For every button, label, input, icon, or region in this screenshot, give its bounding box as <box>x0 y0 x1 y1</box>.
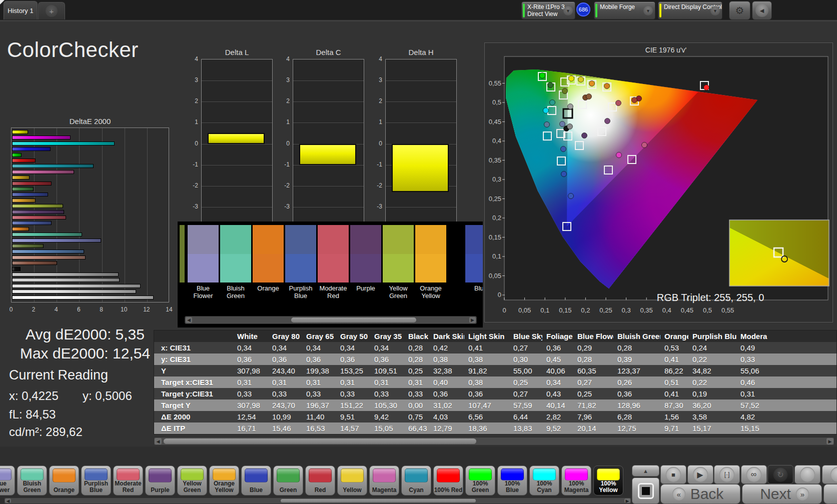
patch-swatch-yellow-green[interactable] <box>383 225 414 282</box>
refresh-button[interactable]: ↻ <box>767 465 793 484</box>
table-cell: 12,75 <box>613 422 660 434</box>
patch-button-orange-yellow[interactable]: OrangeYellow <box>209 466 239 496</box>
x-tick-label: 2 <box>29 306 39 313</box>
transport-overflow-button[interactable] <box>822 465 837 484</box>
meter-count-badge[interactable]: 686 <box>576 2 590 16</box>
back-button[interactable]: « Back <box>660 484 740 504</box>
chevron-down-icon[interactable]: ▼ <box>563 6 573 16</box>
patch-button-moderate-red[interactable]: ModerateRed <box>113 466 143 496</box>
table-cell: 57,59 <box>509 400 542 411</box>
patch-button-100-magenta[interactable]: 100%Magenta <box>561 466 591 496</box>
patch-button-purplish-blue[interactable]: PurplishBlue <box>81 466 111 496</box>
chevron-down-icon[interactable]: ▼ <box>710 6 720 16</box>
patch-swatch-orange[interactable] <box>253 225 284 282</box>
patch-swatch-orange-yellow[interactable] <box>415 225 446 282</box>
patch-list-scrollbar-thumb[interactable] <box>281 499 476 502</box>
y-tick-label: -2 <box>278 182 290 189</box>
patch-button-100-yellow[interactable]: 100%Yellow <box>593 466 623 496</box>
de-bar-purple <box>12 210 64 214</box>
patch-button-cyan[interactable]: Cyan <box>401 466 431 496</box>
patch-measured-half <box>285 254 316 283</box>
patch-swatch-bluish-green[interactable] <box>220 225 251 282</box>
play-button[interactable]: ▶ <box>687 465 713 484</box>
patch-swatch-partial <box>180 225 185 282</box>
table-cell: 0,38 <box>464 376 509 388</box>
patch-panel-up-button[interactable]: ▲ <box>632 465 659 476</box>
x-tick-label: 14 <box>164 306 174 313</box>
add-tab-button[interactable]: + <box>38 2 65 20</box>
table-cell: 3,58 <box>688 411 736 422</box>
patch-list-scrollbar[interactable]: ◀ ▶ <box>4 498 631 504</box>
svg-text:0,05: 0,05 <box>489 272 501 280</box>
scroll-left-icon[interactable]: ◀ <box>186 317 192 323</box>
patch-button-blue[interactable]: Blue <box>241 466 271 496</box>
patch-swatch-moderate-red[interactable] <box>318 225 349 282</box>
svg-text:0,55: 0,55 <box>721 306 734 314</box>
delta-bar <box>299 144 356 165</box>
table-scrollbar-thumb[interactable] <box>164 438 476 444</box>
table-scrollbar[interactable]: ◀ ▶ <box>154 437 834 446</box>
patch-button-bluish-green[interactable]: BluishGreen <box>17 466 47 496</box>
patch-button-blue-flower[interactable]: BlueFlower <box>0 466 15 496</box>
patch-button-100red[interactable]: 100% Red <box>433 466 463 496</box>
scroll-left-icon[interactable]: ◀ <box>155 438 162 444</box>
table-cell: 10,99 <box>268 411 302 422</box>
grid-line <box>202 80 272 81</box>
stop-button[interactable]: ■ <box>660 465 686 484</box>
patch-button-purple[interactable]: Purple <box>145 466 175 496</box>
patch-target-half <box>188 225 219 254</box>
table-cell: 0,34 <box>268 342 302 354</box>
table-cell: 0,41 <box>660 388 688 400</box>
patch-swatch-blue-flower[interactable] <box>188 225 219 282</box>
patch-swatch-purple[interactable] <box>350 225 381 282</box>
patch-button-yellow-green[interactable]: YellowGreen <box>177 466 207 496</box>
patch-button-100-green[interactable]: 100%Green <box>465 466 495 496</box>
chevron-down-icon[interactable]: ▼ <box>643 6 653 16</box>
scroll-right-icon[interactable]: ▶ <box>826 438 833 444</box>
tab-history-1[interactable]: History 1 <box>4 1 38 20</box>
page-title: ColorChecker <box>7 38 139 62</box>
grid-line <box>386 102 456 102</box>
patch-button-100-blue[interactable]: 100%Blue <box>497 466 527 496</box>
patch-button-green[interactable]: Green <box>273 466 303 496</box>
workflow-dropdown[interactable]: Direct Display Control ▼ <box>658 2 722 20</box>
patch-window-button[interactable] <box>632 478 659 504</box>
table-cell: 55,00 <box>509 365 542 376</box>
source-dropdown[interactable]: Mobile Forge ▼ <box>594 2 655 20</box>
chevrons-left-icon: « <box>672 488 685 500</box>
patch-strip-scrollbar-thumb[interactable] <box>291 318 416 322</box>
table-cell: 0,34 <box>336 342 370 354</box>
table-cell: 0,36 <box>302 354 336 365</box>
frame-button[interactable]: [·] <box>714 465 740 484</box>
patch-measured-half <box>350 254 381 283</box>
blank-button[interactable] <box>794 465 820 484</box>
table-cell: 0,28 <box>573 354 613 365</box>
svg-text:0,3: 0,3 <box>622 306 631 314</box>
current-reading-title: Current Reading <box>9 368 108 383</box>
collapse-panel-button[interactable]: ◀ <box>752 1 772 20</box>
de-bar-moderate-red <box>12 216 66 220</box>
patch-strip-scrollbar[interactable]: ◀▶ <box>185 316 477 324</box>
next-button-overflow[interactable] <box>823 484 837 504</box>
patch-button-100-cyan[interactable]: 100%Cyan <box>529 466 559 496</box>
de-bar-bluish-green <box>12 232 82 236</box>
patch-swatch-blue[interactable] <box>465 225 483 282</box>
meter-dropdown[interactable]: X-Rite i1Pro 3Direct View ▼ <box>521 2 575 20</box>
scroll-right-icon[interactable]: ▶ <box>469 317 476 323</box>
settings-button[interactable]: ⚙ <box>729 1 750 20</box>
scroll-right-icon[interactable]: ▶ <box>624 498 630 503</box>
de2000-chart-title: DeltaE 2000 <box>11 117 169 126</box>
infinity-button[interactable]: ∞ <box>741 465 767 484</box>
patch-button-red[interactable]: Red <box>305 466 335 496</box>
patch-swatch-label: YellowGreen <box>383 284 414 300</box>
measured-point-marker <box>616 152 622 158</box>
scroll-left-icon[interactable]: ◀ <box>5 498 11 503</box>
delta-chart-delta-h <box>385 59 457 228</box>
patch-swatch-purplish-blue[interactable] <box>285 225 316 282</box>
patch-button-magenta[interactable]: Magenta <box>369 466 399 496</box>
delta-chart-title: Delta H <box>385 48 457 56</box>
patch-button-yellow[interactable]: Yellow <box>337 466 367 496</box>
patch-button-orange[interactable]: Orange <box>49 466 79 496</box>
grid-line <box>293 186 364 186</box>
next-button[interactable]: Next » <box>742 484 822 504</box>
